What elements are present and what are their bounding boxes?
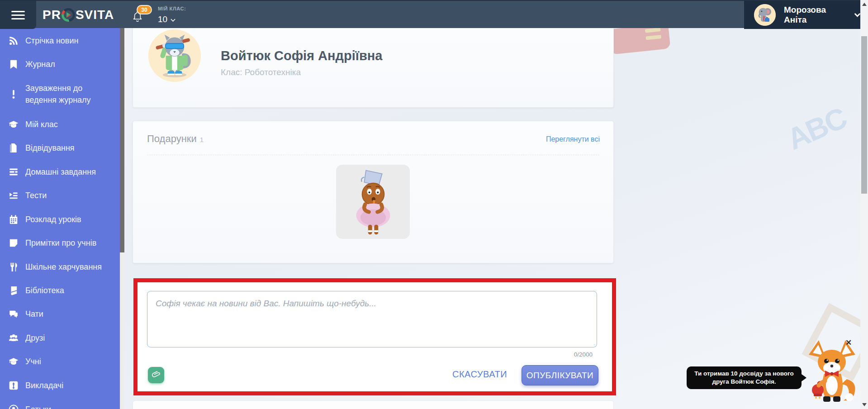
sidebar-item-4[interactable]: Мій клас bbox=[0, 117, 120, 132]
homework-icon bbox=[8, 167, 19, 177]
sidebar-item-2[interactable]: Журнал bbox=[0, 57, 120, 71]
top-bar: PR SVITA 30 МІЙ КЛАС: 10 bbox=[0, 0, 860, 28]
hamburger-menu-button[interactable] bbox=[0, 1, 36, 29]
main-scrollbar bbox=[860, 0, 868, 409]
teachers-icon bbox=[8, 380, 19, 390]
xp-toast-line2: друга Войтюк Софія. bbox=[712, 378, 776, 386]
bookmark-icon bbox=[8, 59, 19, 69]
sidebar-item-label: Домашні завдання bbox=[25, 167, 96, 177]
gifts-title: Подарунки1 bbox=[147, 133, 204, 145]
sidebar-item-7[interactable]: Тести bbox=[0, 188, 120, 203]
paperclip-icon bbox=[152, 370, 161, 380]
library-icon bbox=[8, 285, 19, 295]
sidebar-item-label: Стрічка новин bbox=[25, 36, 78, 46]
sidebar-item-15[interactable]: Викладачі bbox=[0, 378, 120, 393]
abc-watermark: ABC bbox=[782, 100, 851, 157]
sidebar-item-6[interactable]: Домашні завдання bbox=[0, 165, 120, 179]
notifications-count-badge: 30 bbox=[137, 5, 152, 14]
sidebar-item-label: Викладачі bbox=[25, 381, 63, 390]
scroll-up-arrow-icon[interactable] bbox=[862, 3, 867, 6]
sidebar-item-16[interactable]: Батьки bbox=[0, 402, 120, 409]
gifts-card: Подарунки1 Переглянути всі bbox=[133, 121, 614, 263]
sidebar-item-11[interactable]: Бібліотека bbox=[0, 283, 120, 298]
sidebar-item-label: Бібліотека bbox=[25, 286, 64, 295]
student-name: Войтюк Софія Андріївна bbox=[221, 48, 382, 63]
students-icon bbox=[8, 357, 19, 366]
publish-button[interactable]: ОПУБЛІКУВАТИ bbox=[522, 365, 598, 385]
friends-icon bbox=[8, 333, 19, 343]
sidebar-item-label: Відвідування bbox=[25, 143, 75, 153]
sidebar-item-8[interactable]: Розклад уроків bbox=[0, 212, 120, 227]
sidebar-nav: Стрічка новин Журнал Зауваження до веден… bbox=[0, 28, 120, 409]
toast-close-icon[interactable]: ✕ bbox=[845, 338, 852, 347]
sidebar-item-12[interactable]: Чати bbox=[0, 307, 120, 321]
sidebar-item-14[interactable]: Учні bbox=[0, 354, 120, 369]
sidebar-item-3[interactable]: Зауваження до ведення журналу bbox=[0, 82, 120, 106]
sidebar-item-13[interactable]: Друзі bbox=[0, 331, 120, 345]
brand-text-post: SVITA bbox=[76, 8, 114, 22]
view-all-gifts-link[interactable]: Переглянути всі bbox=[546, 135, 600, 143]
student-class: Клас: Робототехніка bbox=[221, 67, 301, 77]
sidebar-item-label: Друзі bbox=[25, 333, 45, 343]
scroll-down-arrow-icon[interactable] bbox=[862, 403, 867, 406]
next-card-sliver bbox=[133, 400, 614, 409]
sidebar-item-1[interactable]: Стрічка новин bbox=[0, 33, 120, 48]
prosvita-app: ABC bbox=[0, 0, 868, 409]
attach-file-button[interactable] bbox=[148, 367, 164, 383]
xp-toast: Ти отримав 10 досвіду за нового друга Во… bbox=[687, 366, 802, 389]
sidebar-item-9[interactable]: Примітки про учнів bbox=[0, 236, 120, 250]
user-avatar bbox=[754, 4, 776, 26]
gifts-count: 1 bbox=[200, 136, 204, 143]
xp-toast-tail bbox=[802, 374, 806, 381]
chats-icon bbox=[8, 309, 19, 319]
bell-icon bbox=[132, 16, 143, 24]
student-avatar bbox=[148, 29, 201, 82]
user-menu[interactable]: Морозова Аніта bbox=[744, 1, 860, 29]
chevron-down-icon bbox=[171, 14, 175, 24]
sidebar-item-label: Тести bbox=[25, 191, 47, 200]
play-logo-icon bbox=[62, 8, 75, 22]
sidebar-scrollbar bbox=[120, 28, 124, 409]
sidebar-item-label: Примітки про учнів bbox=[25, 238, 96, 248]
gingerbread-gift-image bbox=[348, 168, 398, 236]
cat-avatar-image bbox=[148, 29, 201, 82]
sidebar-item-label: Батьки bbox=[25, 405, 51, 409]
my-class-dropdown[interactable]: МІЙ КЛАС: 10 bbox=[158, 6, 186, 24]
sidebar-item-label: Мій клас bbox=[25, 120, 58, 129]
main-scrollbar-thumb[interactable] bbox=[861, 36, 867, 194]
sidebar-scrollbar-thumb[interactable] bbox=[120, 28, 124, 252]
my-class-value: 10 bbox=[158, 14, 167, 24]
sidebar-item-label: Учні bbox=[25, 357, 41, 366]
exclamation-icon bbox=[8, 89, 19, 99]
post-composer: 0/2000 СКАСУВАТИ ОПУБЛІКУВАТИ bbox=[138, 282, 612, 391]
student-profile-card: Войтюк Софія Андріївна Клас: Робототехні… bbox=[133, 22, 614, 108]
gift-item[interactable] bbox=[336, 165, 410, 239]
calendar-icon bbox=[8, 214, 19, 224]
graduation-cap-icon bbox=[8, 119, 19, 129]
brand-logo[interactable]: PR SVITA bbox=[43, 1, 114, 29]
my-class-label: МІЙ КЛАС: bbox=[158, 6, 186, 11]
rss-icon bbox=[8, 36, 19, 46]
sidebar-item-label: Шкільне харчування bbox=[25, 262, 102, 272]
sidebar-item-label: Зауваження до ведення журналу bbox=[25, 82, 116, 106]
cancel-button[interactable]: СКАСУВАТИ bbox=[452, 369, 507, 380]
xp-toast-line1: Ти отримав 10 досвіду за нового bbox=[694, 370, 793, 378]
sidebar-item-10[interactable]: Шкільне харчування bbox=[0, 260, 120, 274]
meals-icon bbox=[8, 262, 19, 272]
sidebar-item-label: Журнал bbox=[25, 60, 55, 69]
user-chevron-down-icon bbox=[854, 11, 860, 19]
attendance-icon bbox=[8, 143, 19, 153]
char-counter: 0/2000 bbox=[574, 351, 593, 358]
parents-icon bbox=[8, 404, 19, 409]
sidebar-item-5[interactable]: Відвідування bbox=[0, 141, 120, 155]
sidebar-item-label: Розклад уроків bbox=[25, 215, 81, 224]
sidebar-item-label: Чати bbox=[25, 309, 43, 319]
gifts-divider bbox=[147, 155, 599, 155]
elephant-avatar-image bbox=[754, 4, 776, 26]
note-icon bbox=[8, 238, 19, 248]
tests-icon bbox=[8, 190, 19, 200]
brand-text-pre: PR bbox=[43, 8, 61, 22]
user-name: Морозова Аніта bbox=[784, 5, 851, 25]
fox-mascot-image bbox=[806, 339, 858, 405]
post-text-input[interactable] bbox=[147, 291, 597, 347]
